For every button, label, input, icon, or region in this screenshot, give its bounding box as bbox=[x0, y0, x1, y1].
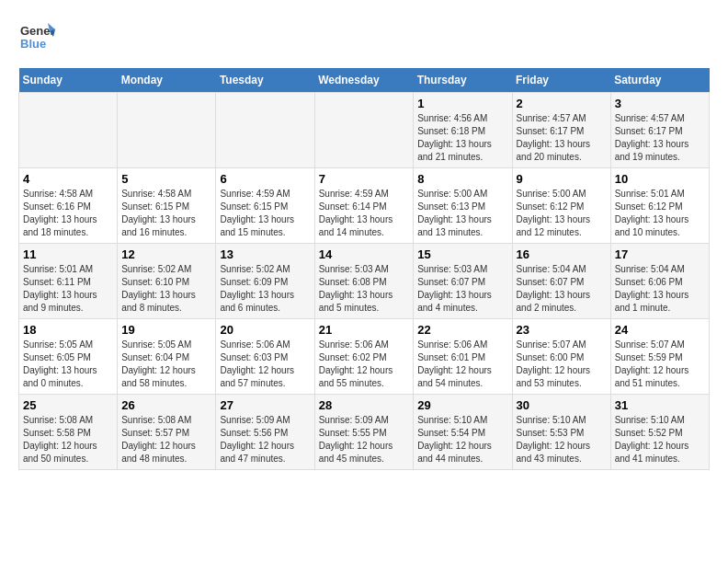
day-info: Sunrise: 4:59 AM Sunset: 6:14 PM Dayligh… bbox=[319, 188, 410, 239]
day-number: 29 bbox=[417, 398, 507, 412]
calendar-cell: 12Sunrise: 5:02 AM Sunset: 6:10 PM Dayli… bbox=[118, 244, 216, 319]
day-info: Sunrise: 5:04 AM Sunset: 6:06 PM Dayligh… bbox=[615, 263, 705, 315]
logo: General Blue bbox=[18, 18, 55, 59]
day-number: 5 bbox=[121, 172, 211, 186]
calendar-cell: 4Sunrise: 4:58 AM Sunset: 6:16 PM Daylig… bbox=[19, 168, 118, 244]
day-info: Sunrise: 4:58 AM Sunset: 6:15 PM Dayligh… bbox=[121, 188, 211, 239]
header-saturday: Saturday bbox=[610, 68, 709, 93]
day-number: 9 bbox=[517, 172, 607, 186]
header-tuesday: Tuesday bbox=[216, 68, 314, 93]
day-info: Sunrise: 4:57 AM Sunset: 6:17 PM Dayligh… bbox=[615, 112, 705, 164]
day-info: Sunrise: 5:09 AM Sunset: 5:56 PM Dayligh… bbox=[220, 414, 310, 465]
day-info: Sunrise: 4:56 AM Sunset: 6:18 PM Dayligh… bbox=[417, 112, 507, 164]
calendar-cell: 23Sunrise: 5:07 AM Sunset: 6:00 PM Dayli… bbox=[512, 319, 610, 395]
calendar-cell bbox=[118, 93, 216, 168]
calendar-cell: 11Sunrise: 5:01 AM Sunset: 6:11 PM Dayli… bbox=[19, 244, 118, 319]
header-friday: Friday bbox=[512, 68, 610, 93]
calendar-week-3: 11Sunrise: 5:01 AM Sunset: 6:11 PM Dayli… bbox=[19, 244, 710, 319]
day-number: 12 bbox=[121, 247, 211, 261]
day-number: 4 bbox=[23, 172, 113, 186]
day-number: 17 bbox=[615, 247, 705, 261]
day-number: 13 bbox=[220, 247, 310, 261]
day-info: Sunrise: 5:02 AM Sunset: 6:10 PM Dayligh… bbox=[121, 263, 211, 315]
day-info: Sunrise: 5:05 AM Sunset: 6:04 PM Dayligh… bbox=[121, 339, 211, 390]
calendar-cell: 17Sunrise: 5:04 AM Sunset: 6:06 PM Dayli… bbox=[610, 244, 709, 319]
calendar-cell: 1Sunrise: 4:56 AM Sunset: 6:18 PM Daylig… bbox=[414, 93, 512, 168]
calendar-cell: 30Sunrise: 5:10 AM Sunset: 5:53 PM Dayli… bbox=[512, 395, 610, 470]
svg-text:Blue: Blue bbox=[20, 37, 46, 51]
day-info: Sunrise: 5:06 AM Sunset: 6:03 PM Dayligh… bbox=[220, 339, 310, 390]
day-info: Sunrise: 5:08 AM Sunset: 5:58 PM Dayligh… bbox=[23, 414, 113, 465]
calendar-cell: 3Sunrise: 4:57 AM Sunset: 6:17 PM Daylig… bbox=[610, 93, 709, 168]
calendar-cell: 27Sunrise: 5:09 AM Sunset: 5:56 PM Dayli… bbox=[216, 395, 314, 470]
calendar-cell: 6Sunrise: 4:59 AM Sunset: 6:15 PM Daylig… bbox=[216, 168, 314, 244]
day-number: 8 bbox=[417, 172, 507, 186]
calendar-cell: 19Sunrise: 5:05 AM Sunset: 6:04 PM Dayli… bbox=[118, 319, 216, 395]
day-info: Sunrise: 4:57 AM Sunset: 6:17 PM Dayligh… bbox=[517, 112, 607, 164]
calendar-cell: 28Sunrise: 5:09 AM Sunset: 5:55 PM Dayli… bbox=[314, 395, 414, 470]
day-number: 10 bbox=[615, 172, 705, 186]
calendar-cell: 25Sunrise: 5:08 AM Sunset: 5:58 PM Dayli… bbox=[19, 395, 118, 470]
day-number: 16 bbox=[517, 247, 607, 261]
header-monday: Monday bbox=[118, 68, 216, 93]
day-info: Sunrise: 5:06 AM Sunset: 6:01 PM Dayligh… bbox=[417, 339, 507, 390]
day-number: 24 bbox=[615, 323, 705, 337]
calendar-cell: 14Sunrise: 5:03 AM Sunset: 6:08 PM Dayli… bbox=[314, 244, 414, 319]
calendar-cell: 29Sunrise: 5:10 AM Sunset: 5:54 PM Dayli… bbox=[414, 395, 512, 470]
calendar-cell: 5Sunrise: 4:58 AM Sunset: 6:15 PM Daylig… bbox=[118, 168, 216, 244]
day-info: Sunrise: 5:09 AM Sunset: 5:55 PM Dayligh… bbox=[319, 414, 410, 465]
day-number: 19 bbox=[121, 323, 211, 337]
calendar-cell bbox=[216, 93, 314, 168]
day-info: Sunrise: 5:02 AM Sunset: 6:09 PM Dayligh… bbox=[220, 263, 310, 315]
calendar-cell: 18Sunrise: 5:05 AM Sunset: 6:05 PM Dayli… bbox=[19, 319, 118, 395]
day-number: 18 bbox=[23, 323, 113, 337]
day-info: Sunrise: 5:05 AM Sunset: 6:05 PM Dayligh… bbox=[23, 339, 113, 390]
calendar-cell: 26Sunrise: 5:08 AM Sunset: 5:57 PM Dayli… bbox=[118, 395, 216, 470]
day-number: 26 bbox=[121, 398, 211, 412]
calendar-week-1: 1Sunrise: 4:56 AM Sunset: 6:18 PM Daylig… bbox=[19, 93, 710, 168]
page-header: General Blue bbox=[18, 18, 710, 59]
calendar-cell: 31Sunrise: 5:10 AM Sunset: 5:52 PM Dayli… bbox=[610, 395, 709, 470]
calendar-cell bbox=[19, 93, 118, 168]
calendar-cell: 8Sunrise: 5:00 AM Sunset: 6:13 PM Daylig… bbox=[414, 168, 512, 244]
day-info: Sunrise: 4:58 AM Sunset: 6:16 PM Dayligh… bbox=[23, 188, 113, 239]
calendar-week-5: 25Sunrise: 5:08 AM Sunset: 5:58 PM Dayli… bbox=[19, 395, 710, 470]
day-info: Sunrise: 5:03 AM Sunset: 6:07 PM Dayligh… bbox=[417, 263, 507, 315]
day-number: 20 bbox=[220, 323, 310, 337]
day-info: Sunrise: 5:04 AM Sunset: 6:07 PM Dayligh… bbox=[517, 263, 607, 315]
day-number: 31 bbox=[615, 398, 705, 412]
day-info: Sunrise: 5:10 AM Sunset: 5:53 PM Dayligh… bbox=[517, 414, 607, 465]
day-number: 28 bbox=[319, 398, 410, 412]
day-number: 15 bbox=[417, 247, 507, 261]
calendar-cell: 10Sunrise: 5:01 AM Sunset: 6:12 PM Dayli… bbox=[610, 168, 709, 244]
logo-icon: General Blue bbox=[18, 18, 55, 55]
day-info: Sunrise: 5:10 AM Sunset: 5:54 PM Dayligh… bbox=[417, 414, 507, 465]
day-info: Sunrise: 5:07 AM Sunset: 5:59 PM Dayligh… bbox=[615, 339, 705, 390]
calendar-cell: 21Sunrise: 5:06 AM Sunset: 6:02 PM Dayli… bbox=[314, 319, 414, 395]
day-info: Sunrise: 5:00 AM Sunset: 6:12 PM Dayligh… bbox=[517, 188, 607, 239]
header-sunday: Sunday bbox=[19, 68, 118, 93]
day-info: Sunrise: 5:10 AM Sunset: 5:52 PM Dayligh… bbox=[615, 414, 705, 465]
day-number: 23 bbox=[517, 323, 607, 337]
day-info: Sunrise: 5:07 AM Sunset: 6:00 PM Dayligh… bbox=[517, 339, 607, 390]
calendar-cell: 22Sunrise: 5:06 AM Sunset: 6:01 PM Dayli… bbox=[414, 319, 512, 395]
day-number: 11 bbox=[23, 247, 113, 261]
day-info: Sunrise: 5:03 AM Sunset: 6:08 PM Dayligh… bbox=[319, 263, 410, 315]
day-info: Sunrise: 5:06 AM Sunset: 6:02 PM Dayligh… bbox=[319, 339, 410, 390]
calendar-cell: 20Sunrise: 5:06 AM Sunset: 6:03 PM Dayli… bbox=[216, 319, 314, 395]
calendar-cell: 7Sunrise: 4:59 AM Sunset: 6:14 PM Daylig… bbox=[314, 168, 414, 244]
day-info: Sunrise: 5:00 AM Sunset: 6:13 PM Dayligh… bbox=[417, 188, 507, 239]
calendar-cell: 16Sunrise: 5:04 AM Sunset: 6:07 PM Dayli… bbox=[512, 244, 610, 319]
calendar-week-2: 4Sunrise: 4:58 AM Sunset: 6:16 PM Daylig… bbox=[19, 168, 710, 244]
day-info: Sunrise: 4:59 AM Sunset: 6:15 PM Dayligh… bbox=[220, 188, 310, 239]
day-number: 3 bbox=[615, 97, 705, 110]
calendar-week-4: 18Sunrise: 5:05 AM Sunset: 6:05 PM Dayli… bbox=[19, 319, 710, 395]
day-number: 14 bbox=[319, 247, 410, 261]
day-number: 7 bbox=[319, 172, 410, 186]
day-number: 2 bbox=[517, 97, 607, 110]
day-number: 21 bbox=[319, 323, 410, 337]
day-number: 1 bbox=[417, 97, 507, 110]
calendar-cell: 24Sunrise: 5:07 AM Sunset: 5:59 PM Dayli… bbox=[610, 319, 709, 395]
day-number: 22 bbox=[417, 323, 507, 337]
day-number: 27 bbox=[220, 398, 310, 412]
